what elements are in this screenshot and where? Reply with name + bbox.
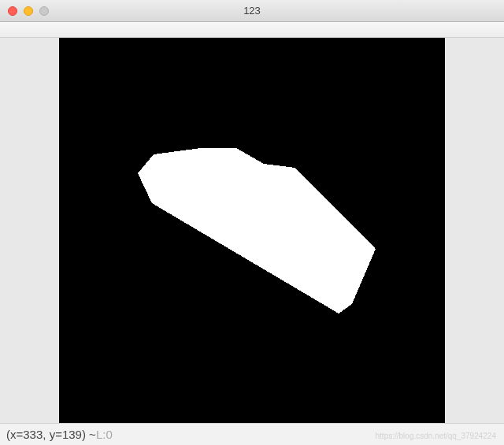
cursor-coord-suffix: ) ~ — [82, 428, 96, 441]
cursor-coord-prefix: (x= — [6, 428, 23, 441]
image-viewport — [0, 38, 504, 423]
maximize-icon — [39, 6, 49, 16]
pixel-value: 0 — [106, 428, 112, 441]
pixel-label: L: — [96, 428, 106, 441]
toolbar — [0, 22, 504, 38]
window-title: 123 — [0, 5, 504, 17]
image-canvas[interactable] — [59, 38, 445, 424]
minimize-icon[interactable] — [24, 6, 33, 16]
cursor-y: 139 — [62, 428, 82, 441]
titlebar: 123 — [0, 0, 504, 22]
close-icon[interactable] — [8, 6, 17, 16]
cursor-x: 333 — [23, 428, 43, 441]
binary-image — [59, 38, 445, 424]
window-controls — [0, 6, 49, 16]
watermark: https://blog.csdn.net/qq_37924224 — [376, 432, 496, 440]
cursor-coord-mid: , y= — [43, 428, 62, 441]
